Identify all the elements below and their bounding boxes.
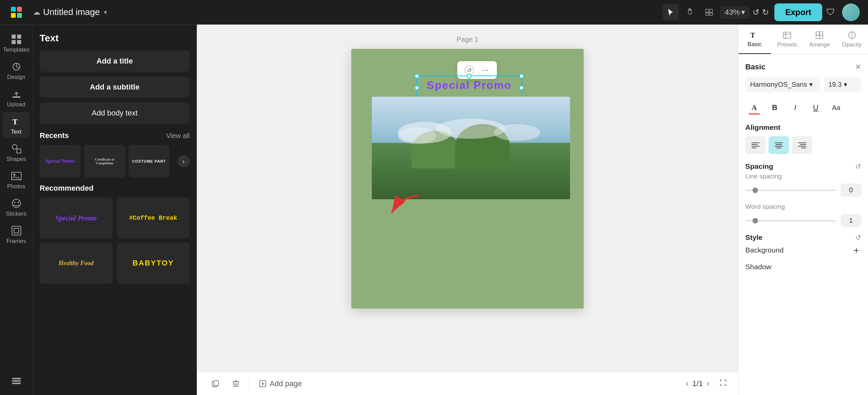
rec-healthy-food-text: Healthy Food [59, 260, 94, 267]
line-spacing-value[interactable]: 0 [841, 183, 861, 197]
text-color-icon: A [751, 103, 757, 112]
tab-opacity-label: Opacity [842, 41, 862, 48]
svg-rect-35 [214, 381, 218, 386]
add-page-button[interactable]: Add page [255, 377, 306, 391]
canvas-copy-button[interactable] [208, 376, 223, 391]
canvas-text-content: Special Promo [417, 76, 521, 94]
page-counter: 1/1 [692, 379, 703, 388]
title-chevron-icon[interactable]: ▾ [104, 9, 107, 16]
text-color-button[interactable]: A [745, 99, 763, 117]
add-subtitle-button[interactable]: Add a subtitle [40, 77, 190, 98]
handle-top-left[interactable] [415, 74, 419, 79]
handle-top-right[interactable] [519, 74, 524, 79]
tab-arrange-label: Arrange [809, 41, 830, 48]
topbar-file: ☁ Untitled image ▾ [33, 7, 107, 17]
tab-presets[interactable]: Presets [771, 25, 803, 54]
line-spacing-track[interactable] [745, 190, 836, 191]
panel-close-button[interactable]: ✕ [855, 63, 861, 71]
recommended-item-coffee-break[interactable]: #Coffee Break [117, 198, 190, 239]
tab-arrange[interactable]: Arrange [803, 25, 836, 54]
sidebar-item-photos[interactable]: Photos [3, 167, 30, 193]
rotate-handle[interactable]: ↺ [464, 65, 474, 75]
recommended-item-babytoy[interactable]: BABYTOY [117, 243, 190, 284]
sidebar-item-text[interactable]: T Text [3, 112, 30, 138]
recents-arrow[interactable]: › [177, 155, 190, 167]
svg-rect-2 [11, 13, 16, 18]
app-logo[interactable] [8, 4, 25, 21]
italic-button[interactable]: I [786, 99, 804, 117]
export-button[interactable]: Export [774, 3, 822, 21]
alignment-row [745, 136, 861, 154]
recent-item-text-2: Certificate of Completion [84, 155, 125, 168]
page-label: Page 1 [457, 36, 478, 43]
prev-page-button[interactable]: ‹ [686, 379, 688, 388]
align-left-button[interactable] [745, 136, 766, 154]
word-spacing-slider-row: 1 [745, 214, 861, 227]
sidebar-item-more[interactable] [3, 372, 30, 390]
background-add-button[interactable]: ＋ [852, 244, 861, 257]
font-size-selector[interactable]: 19.3 ▾ [824, 77, 861, 92]
recent-item-1[interactable]: Special Promo [40, 145, 81, 178]
word-spacing-thumb[interactable] [752, 218, 758, 223]
align-center-button[interactable] [769, 136, 789, 154]
svg-rect-22 [12, 226, 21, 235]
add-page-label: Add page [270, 379, 302, 388]
bold-icon: B [772, 103, 777, 112]
svg-rect-41 [816, 35, 819, 39]
page-navigation: ‹ 1/1 › [686, 379, 709, 388]
select-tool-button[interactable] [663, 4, 679, 21]
style-refresh-button[interactable]: ↺ [855, 233, 861, 242]
more-options-button[interactable]: ··· [478, 63, 493, 77]
canvas-document[interactable]: ··· Special Promo ↺ [351, 49, 584, 309]
document-title[interactable]: Untitled image [43, 7, 100, 17]
recent-item-2[interactable]: Certificate of Completion [84, 145, 125, 178]
word-spacing-value[interactable]: 1 [841, 214, 861, 227]
topbar-tools: 43% ▾ ↺ ↻ Export 🛡 [663, 3, 860, 21]
recommended-item-healthy-food[interactable]: Healthy Food [40, 243, 113, 284]
handle-middle-right[interactable] [519, 85, 524, 90]
bold-button[interactable]: B [766, 99, 784, 117]
format-row: A B I U Aa [745, 99, 861, 117]
font-name: HarmonyOS_Sans [750, 81, 807, 88]
sidebar-item-design[interactable]: Design [3, 57, 30, 83]
svg-rect-6 [706, 13, 709, 15]
sidebar-item-shapes[interactable]: Shapes [3, 139, 30, 165]
user-avatar[interactable] [842, 3, 860, 21]
sidebar-item-frames[interactable]: Frames [3, 221, 30, 247]
line-spacing-thumb[interactable] [752, 188, 758, 193]
line-spacing-label: Line spacing [745, 173, 861, 180]
line-spacing-slider-row: 0 [745, 183, 861, 197]
hand-tool-button[interactable] [682, 4, 698, 21]
view-all-link[interactable]: View all [166, 132, 190, 140]
alignment-label: Alignment [745, 123, 861, 132]
handle-top-center[interactable] [467, 74, 472, 79]
redo-button[interactable]: ↻ [762, 8, 769, 17]
canvas-delete-button[interactable] [228, 376, 243, 391]
underline-button[interactable]: U [807, 99, 825, 117]
undo-button[interactable]: ↺ [752, 8, 759, 17]
zoom-control[interactable]: 43% ▾ [720, 6, 750, 19]
align-right-button[interactable] [792, 136, 812, 154]
font-selector[interactable]: HarmonyOS_Sans ▾ [745, 77, 820, 92]
svg-rect-11 [17, 40, 21, 44]
sidebar-item-templates[interactable]: Templates [3, 30, 30, 56]
recommended-item-special-promo[interactable]: Special Promo [40, 198, 113, 239]
sidebar-item-stickers[interactable]: Stickers [3, 194, 30, 220]
spacing-refresh-button[interactable]: ↺ [855, 162, 861, 171]
handle-middle-left[interactable] [415, 85, 419, 90]
layout-tool-button[interactable] [701, 4, 717, 21]
fullscreen-button[interactable] [719, 379, 727, 389]
svg-text:T: T [12, 117, 18, 126]
add-title-button[interactable]: Add a title [40, 51, 190, 72]
svg-rect-25 [12, 380, 21, 382]
add-body-button[interactable]: Add body text [40, 103, 190, 124]
sidebar-item-upload[interactable]: Upload [3, 85, 30, 111]
case-button[interactable]: Aa [827, 99, 845, 117]
recent-item-3[interactable]: COSTUME PART [128, 145, 169, 178]
svg-rect-38 [783, 32, 791, 38]
tab-basic[interactable]: T Basic [738, 25, 771, 54]
next-page-button[interactable]: › [707, 379, 709, 388]
tab-opacity[interactable]: Opacity [836, 25, 868, 54]
spacing-section: Spacing ↺ [745, 162, 861, 171]
word-spacing-track[interactable] [745, 220, 836, 221]
